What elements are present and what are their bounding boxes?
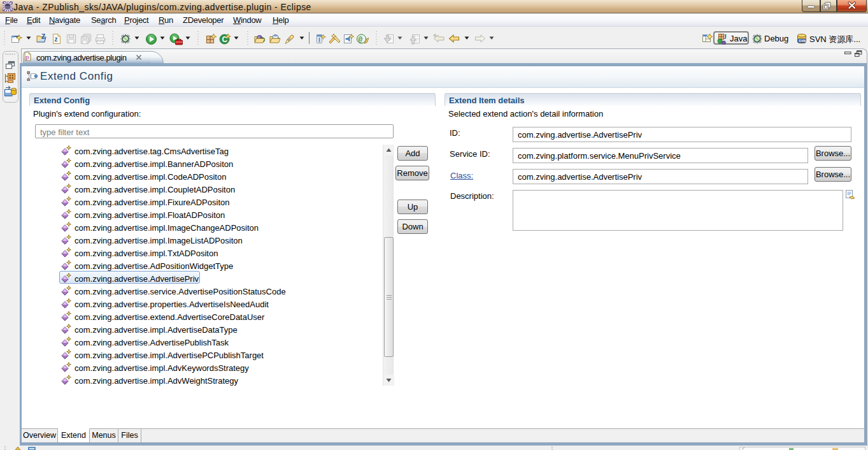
svg-text:z: z bbox=[55, 36, 58, 43]
svg-text:Z: Z bbox=[41, 33, 45, 40]
svg-text:p: p bbox=[25, 54, 29, 61]
svg-text:@: @ bbox=[359, 36, 363, 43]
svg-text:J: J bbox=[723, 33, 727, 40]
svg-text:SVN: SVN bbox=[799, 39, 806, 43]
